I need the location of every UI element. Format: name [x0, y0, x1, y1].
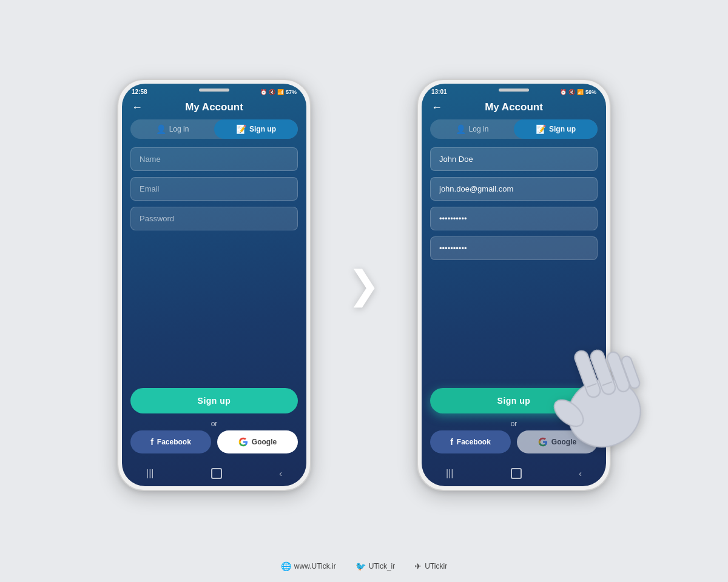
- facebook-icon-right: f: [450, 437, 453, 447]
- google-icon-right: [538, 437, 548, 447]
- or-text-left: or: [122, 420, 306, 428]
- facebook-button-right[interactable]: f Facebook: [430, 430, 511, 453]
- google-button-left[interactable]: Google: [217, 430, 298, 453]
- nav-home-right: [511, 468, 522, 479]
- svg-rect-5: [621, 355, 641, 389]
- header-title-left: My Account: [185, 101, 243, 113]
- nav-dots-right: |||: [446, 468, 453, 479]
- phone-speaker-right: [499, 89, 529, 92]
- google-label-right: Google: [551, 438, 576, 446]
- name-input-left[interactable]: [130, 147, 298, 171]
- email-input-left[interactable]: [130, 177, 298, 201]
- tab-signup-label-left: Sign up: [249, 125, 276, 133]
- signup-button-left[interactable]: Sign up: [130, 388, 298, 413]
- tab-login-left[interactable]: 👤 Log in: [130, 119, 214, 139]
- tab-login-label-left: Log in: [169, 125, 189, 133]
- signup-button-right[interactable]: Sign up: [430, 388, 598, 413]
- phone-inner-right: 13:01 ⏰ 🔇 📶 56% ← My Account: [422, 84, 606, 486]
- back-button-right[interactable]: ←: [431, 101, 442, 114]
- social-row-left: f Facebook Google: [130, 430, 298, 453]
- status-icons-left: ⏰ 🔇 📶 57%: [260, 89, 297, 95]
- form-area-right: [422, 147, 606, 380]
- tab-bar-left: 👤 Log in 📝 Sign up: [130, 119, 298, 139]
- status-time-left: 12:58: [132, 89, 147, 95]
- nav-back-left: ‹: [279, 469, 282, 478]
- tab-login-label-right: Log in: [469, 125, 489, 133]
- password-input-right[interactable]: [430, 207, 598, 230]
- arrow-between: ❯: [348, 263, 380, 307]
- nav-dots-left: |||: [146, 468, 153, 479]
- alarm-icon-right: ⏰: [560, 89, 567, 95]
- status-icons-right: ⏰ 🔇 📶 56%: [560, 89, 596, 95]
- signal-icon: 📶: [277, 89, 284, 95]
- app-header-right: ← My Account: [422, 98, 606, 119]
- status-time-right: 13:01: [431, 89, 447, 95]
- google-label-left: Google: [252, 438, 277, 446]
- phone-right-wrapper: 13:01 ⏰ 🔇 📶 56% ← My Account: [417, 79, 611, 491]
- website-icon: 🌐: [281, 561, 291, 571]
- back-button-left[interactable]: ←: [132, 101, 143, 114]
- tab-signup-right[interactable]: 📝 Sign up: [514, 119, 598, 139]
- twitter-icon: 🐦: [356, 561, 366, 571]
- facebook-label-left: Facebook: [157, 438, 191, 446]
- name-input-right[interactable]: [430, 147, 598, 171]
- battery-right: 56%: [585, 89, 596, 95]
- nav-home-left: [211, 468, 222, 479]
- signup-icon-left: 📝: [236, 124, 246, 134]
- battery-left: 57%: [286, 89, 297, 95]
- confirm-password-input-right[interactable]: [430, 236, 598, 260]
- bottom-nav-left: ||| ‹: [122, 462, 306, 486]
- phone-speaker-left: [199, 89, 229, 92]
- mute-icon-right: 🔇: [568, 89, 575, 95]
- signup-icon-right: 📝: [536, 124, 546, 134]
- facebook-button-left[interactable]: f Facebook: [130, 430, 211, 453]
- facebook-label-right: Facebook: [457, 438, 491, 446]
- website-label: www.UTick.ir: [294, 562, 336, 570]
- bottom-nav-right: ||| ‹: [422, 462, 606, 486]
- header-title-right: My Account: [485, 101, 543, 113]
- mute-icon: 🔇: [269, 89, 275, 95]
- social-row-right: f Facebook Google: [430, 430, 598, 453]
- footer-twitter: 🐦 UTick_ir: [356, 561, 396, 571]
- google-button-right[interactable]: Google: [517, 430, 598, 453]
- footer-telegram: ✈ UTickir: [414, 561, 447, 571]
- login-icon-left: 👤: [156, 124, 166, 134]
- tab-login-right[interactable]: 👤 Log in: [430, 119, 514, 139]
- login-icon-right: 👤: [456, 124, 466, 134]
- chevron-right-icon: ❯: [348, 263, 380, 307]
- footer: 🌐 www.UTick.ir 🐦 UTick_ir ✈ UTickir: [0, 561, 728, 571]
- google-icon-left: [238, 437, 248, 447]
- telegram-icon: ✈: [414, 561, 422, 571]
- email-input-right[interactable]: [430, 177, 598, 201]
- twitter-label: UTick_ir: [369, 562, 396, 570]
- signal-icon-right: 📶: [577, 89, 584, 95]
- form-area-left: [122, 147, 306, 380]
- app-header-left: ← My Account: [122, 98, 306, 119]
- phone-right: 13:01 ⏰ 🔇 📶 56% ← My Account: [417, 79, 611, 491]
- telegram-label: UTickir: [425, 562, 447, 570]
- nav-back-right: ‹: [579, 469, 582, 478]
- phone-inner-left: 12:58 ⏰ 🔇 📶 57% ← My Account 👤 Log in: [122, 84, 306, 486]
- alarm-icon: ⏰: [260, 89, 267, 95]
- password-input-left[interactable]: [130, 207, 298, 230]
- tab-signup-label-right: Sign up: [549, 125, 576, 133]
- tab-bar-right: 👤 Log in 📝 Sign up: [430, 119, 598, 139]
- or-text-right: or: [422, 420, 606, 428]
- tab-signup-left[interactable]: 📝 Sign up: [214, 119, 298, 139]
- main-area: 12:58 ⏰ 🔇 📶 57% ← My Account 👤 Log in: [117, 79, 611, 491]
- footer-website: 🌐 www.UTick.ir: [281, 561, 336, 571]
- phone-left: 12:58 ⏰ 🔇 📶 57% ← My Account 👤 Log in: [117, 79, 311, 491]
- facebook-icon-left: f: [150, 437, 153, 447]
